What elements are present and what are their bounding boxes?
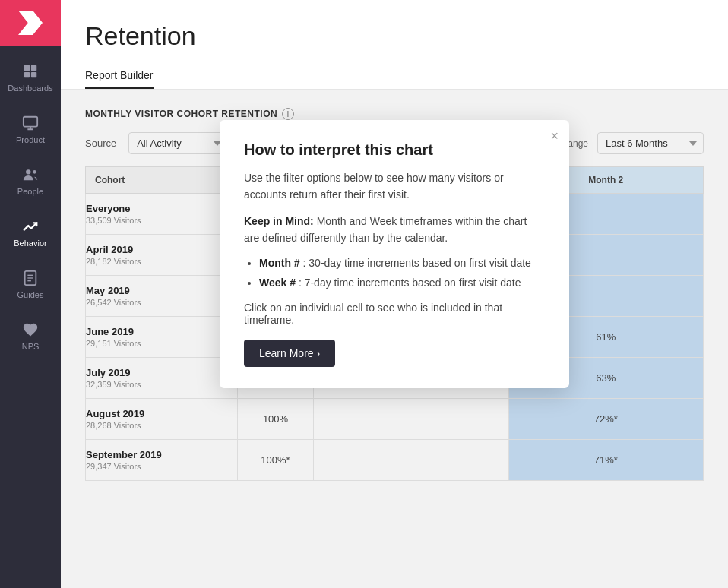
bullet-month-label: Month # [259, 257, 300, 269]
sidebar-item-people-label: People [17, 187, 43, 196]
tab-report-builder[interactable]: Report Builder [85, 63, 154, 89]
sidebar-item-nps-label: NPS [22, 342, 40, 351]
bullet-month-text: : 30-day time increments based on first … [300, 257, 531, 269]
modal-body: Use the filter options below to see how … [244, 169, 545, 291]
modal-intro: Use the filter options below to see how … [244, 169, 545, 204]
sidebar-item-product[interactable]: Product [0, 103, 61, 155]
modal-close-button[interactable]: × [550, 129, 559, 143]
svg-rect-0 [24, 65, 30, 71]
modal-overlay: × How to interpret this chart Use the fi… [61, 90, 728, 588]
svg-rect-3 [31, 72, 36, 77]
svg-rect-1 [31, 65, 36, 71]
modal-keep-in-mind: Keep in Mind: Month and Week timeframes … [244, 213, 545, 247]
learn-more-button[interactable]: Learn More › [244, 340, 335, 367]
modal-title: How to interpret this chart [244, 141, 545, 159]
page-header: Retention Report Builder [61, 0, 728, 90]
bullet-week: Week # : 7-day time increments based on … [259, 274, 545, 291]
sidebar-item-behavior-label: Behavior [14, 239, 46, 248]
main-content: Retention Report Builder MONTHLY VISITOR… [61, 0, 728, 588]
product-icon [21, 114, 40, 132]
sidebar-item-people[interactable]: People [0, 155, 61, 207]
people-icon [21, 166, 40, 184]
keep-in-mind-label: Keep in Mind: [244, 215, 314, 227]
svg-point-6 [33, 170, 36, 174]
svg-rect-2 [24, 72, 30, 77]
sidebar-item-guides-label: Guides [17, 290, 44, 299]
grid-icon [21, 62, 40, 81]
behavior-icon [21, 217, 40, 236]
nps-icon [21, 321, 40, 339]
logo[interactable] [0, 0, 61, 46]
guides-icon [21, 269, 40, 287]
sidebar-item-guides[interactable]: Guides [0, 258, 61, 310]
sidebar: Dashboards Product People Behavior Guide… [0, 0, 61, 588]
page-title: Retention [85, 21, 704, 51]
modal-bullets: Month # : 30-day time increments based o… [259, 254, 545, 292]
svg-rect-4 [24, 117, 37, 127]
bullet-week-label: Week # [259, 277, 296, 289]
bullet-month: Month # : 30-day time increments based o… [259, 254, 545, 271]
sidebar-item-product-label: Product [16, 135, 45, 144]
interpret-modal: × How to interpret this chart Use the fi… [220, 120, 569, 388]
sidebar-item-dashboards[interactable]: Dashboards [0, 52, 61, 103]
sidebar-item-nps[interactable]: NPS [0, 310, 61, 362]
modal-footer-text: Click on an individual cell to see who i… [244, 302, 545, 326]
tabs: Report Builder [85, 63, 704, 89]
logo-shape [18, 11, 43, 35]
bullet-week-text: : 7-day time increments based on first v… [296, 277, 521, 289]
svg-point-5 [26, 169, 30, 174]
content-area: MONTHLY VISITOR COHORT RETENTION i Sourc… [61, 90, 728, 588]
sidebar-item-dashboards-label: Dashboards [8, 84, 52, 93]
sidebar-item-behavior[interactable]: Behavior [0, 207, 61, 258]
